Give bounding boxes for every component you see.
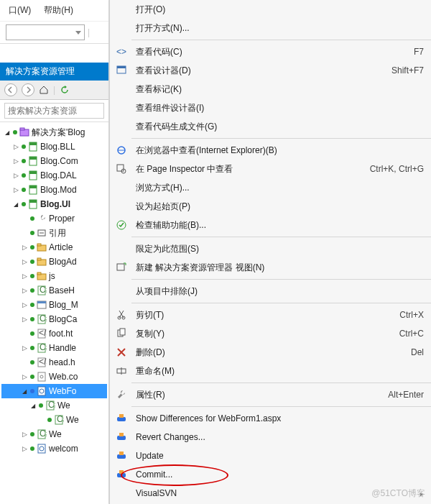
tree-row[interactable]: 引用	[1, 226, 107, 240]
menu-item[interactable]: 打开(O)	[110, 0, 431, 19]
nav-back-button[interactable]	[4, 83, 17, 96]
menu-separator	[131, 237, 431, 237]
expand-caret[interactable]	[21, 445, 28, 452]
tree-row[interactable]: Blog_M	[1, 298, 107, 312]
menu-item-icon	[114, 284, 129, 298]
expand-caret[interactable]	[21, 244, 28, 251]
menu-item[interactable]: 剪切(T) Ctrl+X	[110, 306, 431, 324]
menu-item[interactable]: 复制(Y) Ctrl+C	[110, 324, 431, 343]
svg-rect-59	[119, 433, 124, 436]
menu-item-shortcut: Del	[411, 347, 424, 357]
menu-item[interactable]: 查看设计器(D) Shift+F7	[110, 61, 431, 80]
tree-item-label: Blog.BLL	[40, 142, 75, 152]
menu-item[interactable]: 重命名(M)	[110, 362, 431, 380]
expand-caret[interactable]	[21, 272, 28, 280]
config-combo[interactable]	[6, 24, 85, 40]
menu-item[interactable]: 属性(R) Alt+Enter	[110, 385, 431, 404]
svg-rect-11	[29, 200, 37, 203]
tree-item-label: 解决方案'Blog	[32, 127, 85, 139]
svg-rect-3	[29, 142, 37, 145]
tree-row[interactable]: C# Handle	[1, 341, 107, 355]
tree-row[interactable]: C# We	[1, 427, 107, 441]
home-icon[interactable]	[39, 85, 49, 95]
menu-item[interactable]: 打开方式(N)...	[110, 19, 431, 37]
menu-item[interactable]: Commit...	[110, 465, 431, 484]
svg-text:C#: C#	[57, 415, 64, 424]
tree-row[interactable]: js	[1, 269, 107, 283]
tree-item-label: BlogCa	[49, 314, 77, 324]
menu-item[interactable]: 查看组件设计器(I)	[110, 98, 431, 117]
expand-caret[interactable]	[21, 301, 28, 308]
expand-caret[interactable]	[21, 431, 28, 438]
tree-row[interactable]: Blog.Mod	[1, 183, 107, 197]
context-menu[interactable]: 打开(O) 打开方式(N)... <> 查看代码(C) F7 查看设计器(D) …	[109, 0, 431, 504]
menu-item[interactable]: 查看代码生成文件(G)	[110, 117, 431, 136]
menu-item-shortcut: Shift+F7	[391, 65, 424, 75]
tree-row[interactable]: Proper	[1, 211, 107, 226]
expand-caret[interactable]	[21, 344, 28, 352]
tree-item-label: We	[49, 429, 62, 439]
tree-row[interactable]: welcom	[1, 441, 107, 456]
tree-item-label: WebFo	[49, 386, 76, 396]
expand-caret[interactable]	[12, 201, 19, 208]
tree-row[interactable]: C# We	[1, 413, 107, 427]
tree-item-icon: C#	[37, 285, 47, 295]
menu-separator	[131, 382, 431, 383]
tree-row[interactable]: Article	[1, 240, 107, 255]
menu-item[interactable]: 在浏览器中查看(Internet Explorer)(B)	[110, 141, 431, 160]
menu-item-shortcut: Alt+Enter	[388, 390, 424, 400]
expand-caret[interactable]	[21, 258, 28, 265]
expand-caret[interactable]	[12, 172, 19, 179]
tree-row[interactable]: WebFo	[1, 384, 107, 398]
tree-row[interactable]: C# BaseH	[1, 283, 107, 298]
menu-item[interactable]: 设为起始页(P)	[110, 197, 431, 216]
menu-item[interactable]: Revert Changes...	[110, 428, 431, 446]
tree-row[interactable]: Blog.Com	[1, 154, 107, 168]
menu-item[interactable]: 浏览方式(H)...	[110, 178, 431, 197]
tree-row[interactable]: </> head.h	[1, 355, 107, 370]
tree-row[interactable]: C# We	[1, 398, 107, 413]
nav-fwd-button[interactable]	[22, 83, 34, 96]
menu-item[interactable]: 查看标记(K)	[110, 80, 431, 98]
tree-item-icon: </>	[37, 329, 47, 339]
menu-item[interactable]: 从项目中排除(J)	[110, 282, 431, 301]
tree-row[interactable]: Web.co	[1, 370, 107, 384]
menu-item[interactable]: Show Differences for WebForm1.aspx	[110, 409, 431, 428]
menu-item[interactable]: 检查辅助功能(B)...	[110, 216, 431, 234]
menu-item-label: 复制(Y)	[136, 328, 392, 340]
menu-item[interactable]: <> 查看代码(C) F7	[110, 42, 431, 61]
expand-caret[interactable]	[29, 403, 37, 409]
tree-row[interactable]: Blog.UI	[1, 197, 107, 211]
refresh-icon[interactable]	[60, 85, 70, 95]
menu-window[interactable]: 口(W)	[9, 4, 31, 17]
expand-caret[interactable]	[21, 287, 28, 294]
svg-text:C#: C#	[40, 314, 47, 324]
tree-row[interactable]: </> foot.ht	[1, 326, 107, 341]
menu-item[interactable]: 删除(D) Del	[110, 343, 431, 362]
svg-rect-63	[119, 470, 124, 474]
tree-row[interactable]: C# BlogCa	[1, 312, 107, 326]
svg-rect-5	[29, 157, 37, 160]
menu-help[interactable]: 帮助(H)	[44, 4, 73, 17]
expand-caret[interactable]	[12, 143, 19, 150]
solution-tree[interactable]: 解决方案'Blog Blog.BLL Blog.Com Blog.DAL Blo…	[0, 122, 108, 459]
menu-item[interactable]: 新建 解决方案资源管理器 视图(N)	[110, 258, 431, 277]
tree-row[interactable]: Blog.DAL	[1, 168, 107, 183]
search-input[interactable]: 搜索解决方案资源	[4, 103, 104, 119]
tree-row[interactable]: Blog.BLL	[1, 139, 107, 154]
tree-row[interactable]: BlogAd	[1, 255, 107, 269]
tree-row[interactable]: 解决方案'Blog	[1, 125, 107, 139]
menu-item[interactable]: VisualSVN	[110, 484, 431, 503]
menu-item-label: 查看代码生成文件(G)	[136, 121, 424, 133]
menu-item-shortcut: Ctrl+K, Ctrl+G	[370, 164, 424, 174]
menu-item-icon: <>	[114, 45, 129, 59]
expand-caret[interactable]	[21, 316, 28, 323]
expand-caret[interactable]	[21, 388, 28, 395]
menu-item[interactable]: Update	[110, 446, 431, 465]
expand-caret[interactable]	[12, 186, 19, 193]
menu-item[interactable]: 限定为此范围(S)	[110, 239, 431, 258]
expand-caret[interactable]	[4, 129, 11, 136]
expand-caret[interactable]	[21, 373, 28, 380]
menu-item[interactable]: 在 Page Inspector 中查看 Ctrl+K, Ctrl+G	[110, 160, 431, 178]
expand-caret[interactable]	[12, 157, 19, 165]
